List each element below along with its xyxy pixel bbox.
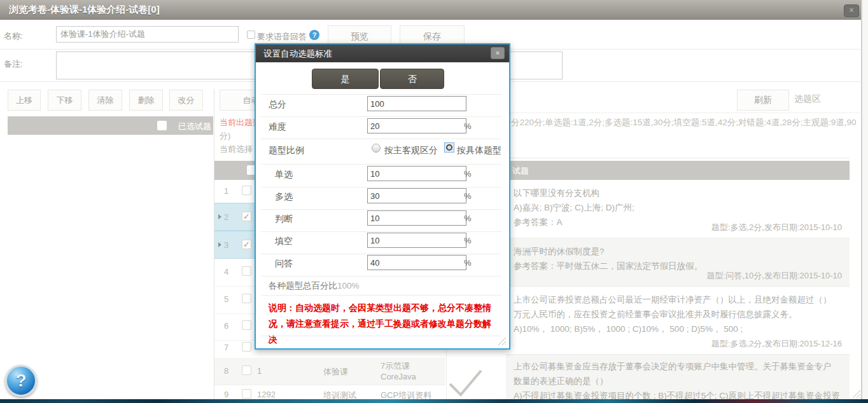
row-checkbox[interactable]	[242, 320, 251, 330]
question-line: A)嘉兴; B)宁波; C)上海; D)广州;	[514, 200, 842, 215]
move-down-button[interactable]: 下移	[48, 90, 81, 111]
modal-title: 设置自动选题标准	[263, 48, 332, 60]
question-item[interactable]: 以下哪里没有分支机构 A)嘉兴; B)宁波; C)上海; D)广州; 参考答案：…	[506, 180, 850, 238]
window-close-icon[interactable]: ×	[844, 4, 859, 17]
row-number: 1	[224, 186, 228, 196]
single-choice-label: 单选	[275, 169, 293, 181]
question-item[interactable]: 上市公司募集资金应当存放于董事会决定的专项账户中集中管理。关于募集资金专户 数量…	[506, 355, 850, 403]
row-number: 6	[224, 321, 228, 331]
question-item[interactable]: 上市公司证券投资总额占公司最近一期经审计净资产（）以上，且绝对金额超过（） 万元…	[506, 287, 850, 355]
question-meta: 题型:多选,2分,发布日期:2015-12-16	[711, 338, 842, 350]
divider	[261, 187, 501, 188]
row-checkbox[interactable]	[242, 240, 251, 249]
exam-browser-window: 浏览考卷-体验课-1体验介绍-试卷[0] × 名称: 要求语音回答 ? 预览 保…	[0, 0, 868, 403]
current-range-text-2: 分)	[220, 130, 230, 142]
question-item[interactable]: 海洲平时的休假制度是? 参考答案：平时做五休二，国家法定节假日放假。 题型:问答…	[506, 238, 850, 287]
voice-answer-checkbox[interactable]	[247, 31, 255, 39]
single-choice-input[interactable]	[367, 166, 466, 181]
question-line: A)10%， 1000; B)5%， 1000 ; C)10%， 500 ; D…	[514, 322, 842, 336]
delete-button[interactable]: 删除	[129, 90, 163, 111]
divider	[261, 139, 501, 139]
percent-sign: %	[464, 191, 472, 201]
true-false-input[interactable]	[367, 210, 466, 226]
table-row[interactable]: 8 1 体验课 7示范课 CoreJava	[214, 358, 445, 385]
difficulty-input[interactable]	[367, 118, 466, 133]
total-percentage-note-text: 各种题型总百分比	[269, 281, 337, 290]
percent-sign: %	[464, 214, 472, 223]
row-checkbox[interactable]	[242, 389, 251, 399]
exam-name-input[interactable]	[56, 26, 239, 43]
question-meta: 题型:多选,2分,发布日期:2015-10-10	[711, 222, 842, 233]
row-checkbox[interactable]	[242, 342, 251, 352]
row-checkbox[interactable]	[242, 186, 251, 195]
auto-select-modal: 设置自动选题标准 × 是 否 总分 难度 % 题型比例 按主客观区分 按具体题型…	[255, 43, 510, 350]
divider	[261, 254, 501, 254]
clear-button[interactable]: 清除	[88, 90, 122, 111]
selection-zone-label: 选题区	[794, 93, 821, 105]
question-line: 万元人民币的，应在投资之前经董事会审议批准并及时履行信息披露义务。	[514, 307, 842, 322]
divider	[261, 295, 501, 296]
move-up-button[interactable]: 上移	[8, 90, 41, 111]
large-checkmark-icon	[447, 367, 484, 398]
total-percentage-note-value: 100%	[337, 281, 360, 290]
select-all-checkbox[interactable]	[157, 121, 167, 130]
question-line: 上市公司证券投资总额占公司最近一期经审计净资产（）以上，且绝对金额超过（）	[514, 292, 842, 307]
refresh-button[interactable]: 刷新	[737, 90, 789, 111]
row-number: 7	[224, 343, 228, 352]
row-number: 2	[224, 212, 228, 222]
fill-blank-label: 填空	[275, 236, 293, 247]
question-line: 上市公司募集资金应当存放于董事会决定的专项账户中集中管理。关于募集资金专户	[514, 359, 842, 374]
row-checkbox[interactable]	[242, 365, 251, 375]
question-line: 数量的表述正确的是（）	[514, 374, 842, 388]
row-course: 体验课	[323, 366, 348, 378]
row-number: 9	[224, 390, 228, 399]
window-right-gutter	[862, 0, 868, 403]
row-number: 5	[224, 294, 228, 304]
total-score-label: 总分	[269, 99, 286, 111]
current-selection-text: 当前选择 0	[220, 144, 260, 155]
change-score-button[interactable]: 改分	[169, 90, 203, 111]
multi-choice-label: 多选	[275, 191, 293, 203]
radio-by-specific-type-label: 按具体题型	[457, 145, 501, 156]
question-meta: 题型:问答,10分,发布日期:2015-10-10	[707, 270, 842, 282]
fill-blank-input[interactable]	[367, 233, 466, 248]
selected-questions-header: 已选试题	[8, 116, 213, 135]
percent-sign: %	[464, 169, 472, 179]
radio-selected-dot-icon	[446, 144, 452, 151]
percent-sign: %	[464, 258, 472, 268]
yes-button[interactable]: 是	[312, 69, 379, 89]
voice-help-icon[interactable]: ?	[309, 30, 319, 40]
row-checkbox[interactable]	[242, 294, 251, 303]
row-number: 4	[224, 267, 228, 277]
row-checkbox[interactable]	[242, 212, 251, 221]
radio-by-specific-type[interactable]	[444, 142, 454, 153]
help-icon[interactable]: ?	[5, 365, 37, 397]
row-number: 8	[224, 366, 228, 376]
total-score-input[interactable]	[367, 96, 466, 111]
name-label: 名称:	[4, 31, 23, 42]
no-button[interactable]: 否	[380, 69, 444, 89]
question-bank-header: 试题	[506, 161, 850, 180]
paper-summary-text: 分220分;单选题:1道,2分;多选题:15道,30分;填空题:5道,42分;对…	[511, 117, 862, 128]
selected-questions-title: 已选试题	[178, 121, 211, 132]
essay-input[interactable]	[367, 255, 466, 270]
window-titlebar: 浏览考卷-体验课-1体验介绍-试卷[0]	[0, 0, 862, 20]
radio-by-subjective-objective[interactable]	[372, 144, 381, 153]
divider	[261, 276, 501, 277]
question-line: 海洲平时的休假制度是?	[514, 244, 842, 259]
row-expand-arrow-icon[interactable]	[218, 214, 221, 219]
true-false-label: 判断	[275, 214, 293, 225]
window-right-border	[861, 0, 862, 403]
multi-choice-input[interactable]	[367, 188, 466, 203]
modal-close-icon[interactable]: ×	[491, 47, 505, 59]
divider	[261, 164, 501, 165]
divider	[261, 116, 501, 117]
radio-by-subjective-objective-label: 按主客观区分	[384, 145, 438, 156]
row-checkbox[interactable]	[242, 266, 251, 276]
voice-answer-label: 要求语音回答	[257, 31, 307, 43]
row-expand-arrow-icon[interactable]	[218, 242, 221, 247]
modal-body: 是 否 总分 难度 % 题型比例 按主客观区分 按具体题型 单选 % 多选	[256, 62, 509, 348]
window-resize-handle[interactable]	[851, 389, 860, 398]
divider	[261, 209, 501, 210]
modal-resize-handle[interactable]	[497, 336, 506, 345]
